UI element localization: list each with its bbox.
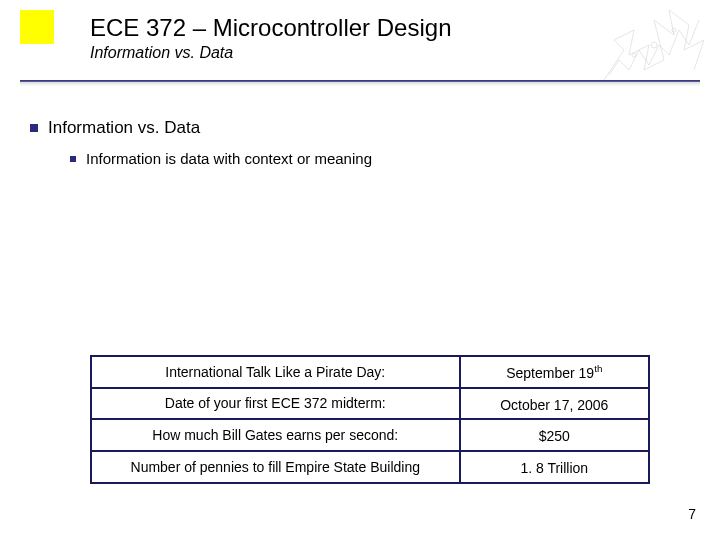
table-value: $250 xyxy=(460,419,649,451)
decorative-sketch xyxy=(594,0,714,90)
info-table: International Talk Like a Pirate Day: Se… xyxy=(90,355,650,484)
table-label: Number of pennies to fill Empire State B… xyxy=(91,451,460,483)
bullet-level-1: Information vs. Data xyxy=(30,118,200,138)
table-label: How much Bill Gates earns per second: xyxy=(91,419,460,451)
table-value: September 19th xyxy=(460,356,649,388)
square-bullet-icon xyxy=(70,156,76,162)
table-row: Date of your first ECE 372 midterm: Octo… xyxy=(91,388,649,420)
table-label: Date of your first ECE 372 midterm: xyxy=(91,388,460,420)
svg-point-0 xyxy=(651,42,657,48)
svg-point-2 xyxy=(632,53,636,57)
table-row: International Talk Like a Pirate Day: Se… xyxy=(91,356,649,388)
slide-title: ECE 372 – Microcontroller Design xyxy=(90,14,452,42)
svg-point-1 xyxy=(672,28,676,32)
slide-header: ECE 372 – Microcontroller Design Informa… xyxy=(90,14,452,62)
header-divider-shadow xyxy=(20,82,700,86)
table-row: How much Bill Gates earns per second: $2… xyxy=(91,419,649,451)
bullet-text: Information is data with context or mean… xyxy=(86,150,372,167)
bullet-level-2: Information is data with context or mean… xyxy=(70,150,372,167)
table-value: October 17, 2006 xyxy=(460,388,649,420)
bullet-text: Information vs. Data xyxy=(48,118,200,138)
table-row: Number of pennies to fill Empire State B… xyxy=(91,451,649,483)
slide-subtitle: Information vs. Data xyxy=(90,44,452,62)
accent-square xyxy=(20,10,54,44)
table-value: 1. 8 Trillion xyxy=(460,451,649,483)
square-bullet-icon xyxy=(30,124,38,132)
page-number: 7 xyxy=(688,506,696,522)
table-label: International Talk Like a Pirate Day: xyxy=(91,356,460,388)
